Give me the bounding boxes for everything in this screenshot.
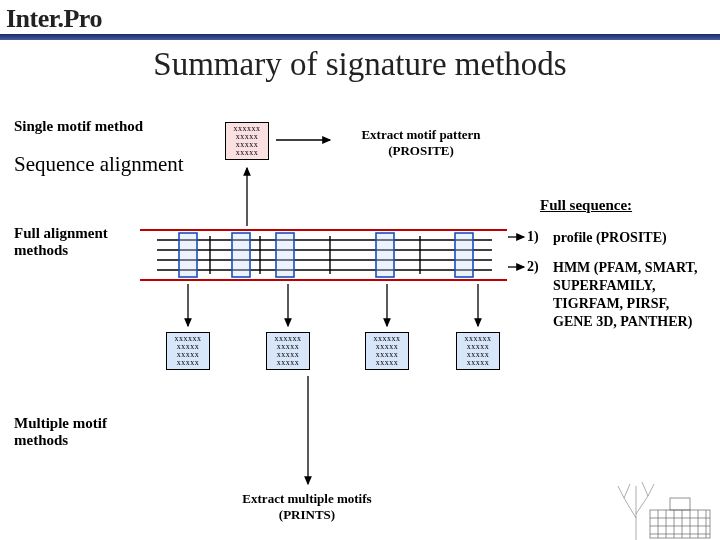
svg-rect-10 — [455, 233, 473, 277]
diagram-svg — [0, 0, 720, 540]
svg-rect-8 — [276, 233, 294, 277]
svg-line-16 — [624, 498, 636, 518]
building-icon — [648, 496, 712, 540]
alignment-block — [140, 230, 507, 280]
svg-line-17 — [636, 496, 648, 514]
svg-line-18 — [618, 486, 624, 498]
svg-rect-7 — [232, 233, 250, 277]
svg-line-19 — [624, 484, 630, 498]
svg-line-21 — [642, 482, 648, 496]
svg-line-20 — [648, 484, 654, 496]
svg-rect-6 — [179, 233, 197, 277]
footer-illustration — [614, 478, 714, 540]
svg-rect-34 — [670, 498, 690, 510]
svg-rect-9 — [376, 233, 394, 277]
